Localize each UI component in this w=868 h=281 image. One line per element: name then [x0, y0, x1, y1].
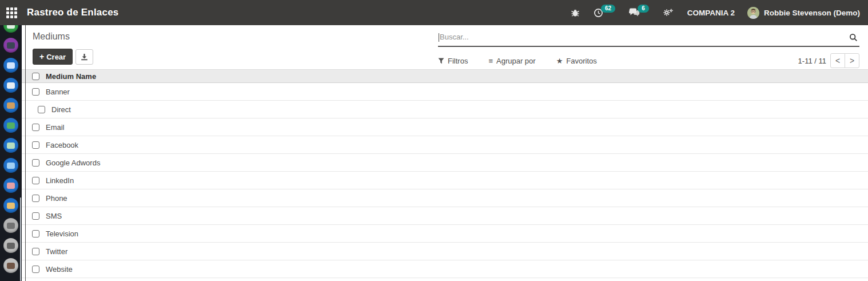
sidebar-app-icon[interactable] [3, 78, 18, 93]
list-row[interactable]: Direct [22, 101, 868, 118]
group-by-label: Agrupar por [496, 57, 536, 65]
row-checkbox[interactable] [32, 266, 39, 273]
bug-icon[interactable] [571, 8, 580, 17]
sidebar-app-icon[interactable] [3, 138, 18, 153]
activity-clock-icon[interactable]: 62 [594, 8, 615, 18]
list-row[interactable]: Email [22, 118, 868, 136]
sidebar-app-icon-art [7, 102, 15, 109]
row-checkbox[interactable] [32, 124, 39, 131]
medium-name: Banner [46, 88, 70, 96]
list-header-row: Medium Name [22, 69, 868, 83]
list-body: Banner Direct Email Facebook [22, 83, 868, 278]
sidebar-app-icon-art [7, 143, 15, 149]
download-icon [81, 53, 88, 61]
export-download-button[interactable] [75, 49, 93, 65]
control-panel-left: Mediums + Crear [33, 30, 93, 69]
medium-name: Phone [46, 194, 67, 203]
medium-name: Facebook [46, 141, 78, 149]
list-row[interactable]: Facebook [22, 136, 868, 154]
topbar: Rastreo de Enlaces 62 6 [0, 0, 868, 25]
user-name: Robbie Stevenson (Demo) [764, 9, 860, 17]
mediums-list: Medium Name Banner Direct Email [22, 69, 868, 278]
group-by-icon: ≡ [488, 57, 493, 65]
user-menu[interactable]: Robbie Stevenson (Demo) [747, 7, 860, 19]
favorites-label: Favoritos [566, 57, 596, 65]
filters-label: Filtros [448, 57, 468, 65]
sidebar-scrollbar[interactable] [20, 197, 21, 281]
pager-previous-button[interactable]: < [830, 53, 845, 68]
select-all-checkbox[interactable] [32, 73, 39, 80]
list-row[interactable]: Twitter [22, 243, 868, 260]
pager: 1-11 / 11 < > [798, 53, 859, 68]
action-buttons: + Crear [33, 49, 93, 65]
settings-cogs-icon[interactable] [663, 8, 674, 17]
favorites-menu[interactable]: ★ Favoritos [556, 57, 597, 65]
row-checkbox[interactable] [32, 195, 39, 202]
list-row[interactable]: SMS [22, 207, 868, 225]
filter-row: Filtros ≡ Agrupar por ★ Favoritos 1-11 /… [438, 53, 859, 68]
page-title: Mediums [33, 31, 93, 42]
control-panel: Mediums + Crear [22, 25, 868, 69]
row-checkbox[interactable] [32, 230, 39, 238]
sidebar-app-icon-art [7, 263, 15, 269]
row-checkbox[interactable] [32, 88, 39, 96]
topbar-right: 62 6 [557, 7, 868, 19]
sidebar-app-icon-art [7, 122, 15, 129]
list-row[interactable]: Television [22, 225, 868, 243]
filters-menu[interactable]: Filtros [438, 57, 468, 65]
activity-badge: 62 [601, 5, 615, 13]
sidebar-app-icon[interactable] [3, 178, 18, 193]
column-header: Medium Name [46, 72, 96, 81]
sidebar-app-icon[interactable] [3, 198, 18, 213]
row-checkbox[interactable] [32, 212, 39, 220]
pager-range: 1-11 / 11 [798, 57, 826, 65]
search-input[interactable] [438, 30, 859, 46]
sidebar-app-icon[interactable] [3, 98, 18, 113]
plus-icon: + [39, 52, 44, 61]
sidebar-app-icon[interactable] [3, 158, 18, 173]
star-icon: ★ [556, 57, 563, 65]
create-button[interactable]: + Crear [33, 49, 73, 65]
row-checkbox[interactable] [32, 159, 39, 167]
sidebar-app-icon-art [7, 42, 15, 49]
sidebar-app-icon-art [7, 203, 15, 209]
row-checkbox[interactable] [32, 141, 39, 149]
text-caret [439, 33, 439, 42]
medium-name: Email [46, 123, 65, 132]
row-checkbox[interactable] [32, 248, 39, 255]
messages-icon[interactable]: 6 [629, 8, 649, 17]
medium-name: SMS [46, 212, 62, 220]
list-row[interactable]: Phone [22, 189, 868, 207]
list-row[interactable]: LinkedIn [22, 172, 868, 189]
sidebar-app-icon-art [7, 183, 15, 189]
sidebar-app-icon-art [7, 62, 15, 69]
list-row[interactable]: Banner [22, 83, 868, 101]
sidebar-app-icon[interactable] [3, 118, 18, 133]
sidebar-app-icon[interactable] [3, 238, 18, 253]
sidebar-app-icon-art [7, 163, 15, 169]
medium-name: Television [46, 229, 78, 238]
apps-menu-icon[interactable] [6, 7, 17, 18]
sidebar-app-icon[interactable] [3, 38, 18, 53]
main-content: Mediums + Crear [22, 25, 868, 281]
app-title: Rastreo de Enlaces [27, 7, 118, 18]
company-switcher[interactable]: COMPANIA 2 [687, 9, 735, 17]
row-checkbox[interactable] [38, 106, 45, 113]
medium-name: Website [46, 265, 73, 274]
create-button-label: Crear [46, 53, 66, 61]
sidebar-app-icon[interactable] [3, 58, 18, 73]
search-icon[interactable] [849, 33, 858, 44]
medium-name: Twitter [46, 247, 67, 256]
list-row[interactable]: Website [22, 260, 868, 278]
group-by-menu[interactable]: ≡ Agrupar por [488, 57, 535, 65]
filter-funnel-icon [438, 58, 444, 64]
control-panel-right: Filtros ≡ Agrupar por ★ Favoritos 1-11 /… [438, 30, 859, 69]
row-checkbox[interactable] [32, 177, 39, 184]
pager-next-button[interactable]: > [845, 53, 859, 68]
medium-name: Google Adwords [46, 159, 100, 167]
list-row[interactable]: Google Adwords [22, 154, 868, 172]
sidebar-app-icon-art [7, 243, 15, 249]
sidebar-app-icon[interactable] [3, 218, 18, 233]
sidebar-app-icon[interactable] [3, 258, 18, 273]
app-sidebar [0, 0, 22, 281]
